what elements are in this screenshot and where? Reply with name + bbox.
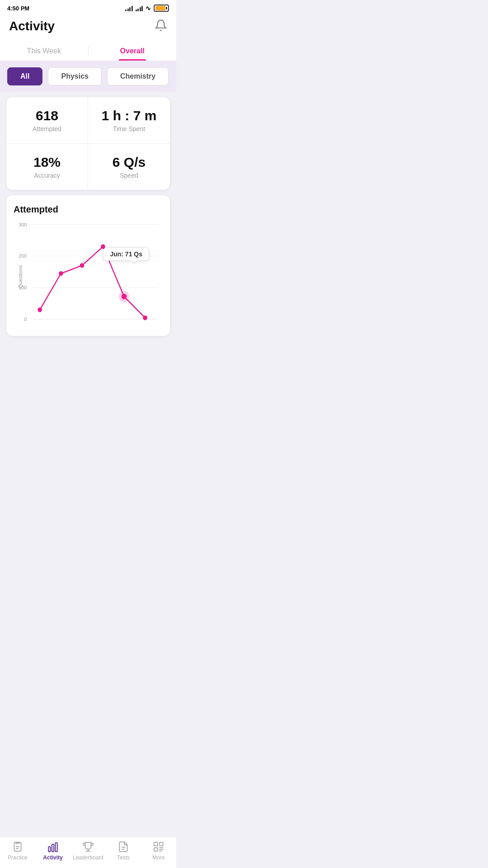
battery-icon xyxy=(154,5,169,12)
svg-point-14 xyxy=(122,294,127,300)
filter-chip-all[interactable]: All xyxy=(7,67,42,85)
chart-title: Attempted xyxy=(14,204,163,215)
signal-1-icon xyxy=(125,5,133,11)
chart-tooltip: Jun: 71 Qs xyxy=(103,247,149,261)
stat-accuracy: 18% Accuracy xyxy=(6,144,88,190)
time-spent-label: Time Spent xyxy=(97,125,161,132)
svg-text:300: 300 xyxy=(19,222,27,227)
time: 4:50 PM xyxy=(7,5,29,12)
stat-time-spent: 1 h : 7 m Time Spent xyxy=(88,97,170,144)
chart-area: 300 200 100 0 Questions xyxy=(14,220,163,329)
speed-label: Speed xyxy=(97,172,161,179)
filter-chip-chemistry[interactable]: Chemistry xyxy=(107,67,169,85)
svg-point-10 xyxy=(59,271,63,276)
speed-value: 6 Q/s xyxy=(97,155,161,170)
filter-bar: All Physics Chemistry xyxy=(0,61,176,92)
stat-attempted: 618 Attempted xyxy=(6,97,88,144)
notification-bell-icon[interactable] xyxy=(155,19,167,33)
status-icons: ∿ xyxy=(125,5,169,12)
chart-card: Attempted 300 200 100 0 Questions xyxy=(6,195,170,336)
tab-overall[interactable]: Overall xyxy=(89,41,177,61)
filter-chip-physics[interactable]: Physics xyxy=(48,67,101,85)
tab-this-week[interactable]: This Week xyxy=(0,41,88,61)
accuracy-label: Accuracy xyxy=(15,172,79,179)
svg-point-9 xyxy=(38,307,42,312)
header: Activity xyxy=(0,14,176,41)
status-bar: 4:50 PM ∿ xyxy=(0,0,176,14)
svg-text:0: 0 xyxy=(24,316,27,322)
attempted-label: Attempted xyxy=(15,125,79,132)
period-tabs: This Week Overall xyxy=(0,41,176,61)
stats-card: 618 Attempted 1 h : 7 m Time Spent 18% A… xyxy=(6,97,170,190)
wifi-icon: ∿ xyxy=(145,5,151,12)
svg-point-15 xyxy=(143,316,147,320)
svg-text:Questions: Questions xyxy=(18,265,23,288)
accuracy-value: 18% xyxy=(15,155,79,170)
signal-2-icon xyxy=(136,5,143,11)
stat-speed: 6 Q/s Speed xyxy=(88,144,170,190)
time-spent-value: 1 h : 7 m xyxy=(97,108,161,123)
svg-point-11 xyxy=(80,263,84,268)
attempted-value: 618 xyxy=(15,108,79,123)
svg-text:200: 200 xyxy=(19,253,27,259)
page-title: Activity xyxy=(9,19,55,33)
